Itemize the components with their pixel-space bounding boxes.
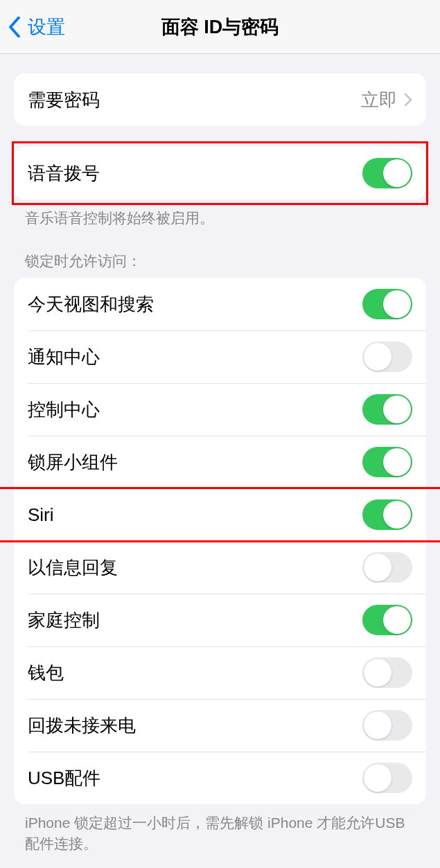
lock-item-label: Siri [28, 504, 362, 526]
lock-access-header: 锁定时允许访问： [25, 251, 415, 271]
lock-item-toggle[interactable] [362, 605, 412, 635]
lock-item-label: 钱包 [28, 661, 362, 685]
back-chevron-icon [8, 17, 21, 37]
group-passcode: 需要密码 立即 [14, 73, 426, 126]
page-title: 面容 ID与密码 [0, 15, 440, 39]
lock-access-footer: iPhone 锁定超过一小时后，需先解锁 iPhone 才能允许USB 配件连接… [25, 813, 415, 853]
lock-item-toggle[interactable] [362, 499, 412, 530]
row-lock-item: USB配件 [14, 752, 426, 804]
row-lock-item: Siri [14, 488, 426, 541]
lock-item-toggle[interactable] [362, 447, 412, 477]
row-require-passcode[interactable]: 需要密码 立即 [14, 73, 426, 126]
row-lock-item: 家庭控制 [14, 594, 426, 646]
voice-dial-label: 语音拨号 [28, 161, 362, 186]
lock-item-toggle[interactable] [362, 710, 412, 741]
lock-item-label: 通知中心 [28, 345, 362, 369]
lock-item-label: 控制中心 [28, 398, 362, 422]
row-lock-item: 今天视图和搜索 [14, 278, 426, 330]
lock-item-toggle[interactable] [362, 552, 412, 583]
group-lock-access: 今天视图和搜索通知中心控制中心锁屏小组件Siri以信息回复家庭控制钱包回拨未接来… [14, 278, 426, 804]
navbar: 设置 面容 ID与密码 [0, 0, 440, 54]
back-button[interactable]: 设置 [0, 15, 65, 39]
row-lock-item: 钱包 [14, 646, 426, 699]
row-lock-item: 控制中心 [14, 383, 426, 436]
row-lock-item: 以信息回复 [14, 541, 426, 594]
row-voice-dial: 语音拨号 [14, 147, 426, 200]
lock-item-toggle[interactable] [362, 342, 412, 372]
require-passcode-label: 需要密码 [28, 88, 361, 112]
row-lock-item: 回拨未接来电 [14, 699, 426, 752]
lock-item-toggle[interactable] [362, 763, 412, 793]
row-lock-item: 锁屏小组件 [14, 436, 426, 488]
back-label: 设置 [28, 15, 65, 39]
lock-item-label: 以信息回复 [28, 556, 362, 580]
lock-item-toggle[interactable] [362, 657, 412, 688]
row-lock-item: 通知中心 [14, 330, 426, 383]
lock-item-label: 家庭控制 [28, 608, 362, 632]
lock-item-label: 今天视图和搜索 [28, 292, 362, 317]
lock-item-toggle[interactable] [362, 289, 412, 319]
group-voice-dial: 语音拨号 [14, 147, 426, 200]
require-passcode-value: 立即 [361, 88, 397, 112]
voice-dial-toggle[interactable] [362, 158, 412, 188]
voice-dial-footer: 音乐语音控制将始终被启用。 [25, 208, 415, 228]
lock-item-label: 锁屏小组件 [28, 450, 362, 475]
content: 需要密码 立即 语音拨号 音乐语音控制将始终被启用。 锁定时允许访问： 今天视图… [0, 73, 440, 853]
lock-item-label: USB配件 [28, 766, 362, 790]
lock-item-toggle[interactable] [362, 394, 412, 425]
disclosure-chevron-icon [404, 93, 412, 107]
lock-item-label: 回拨未接来电 [28, 714, 362, 738]
